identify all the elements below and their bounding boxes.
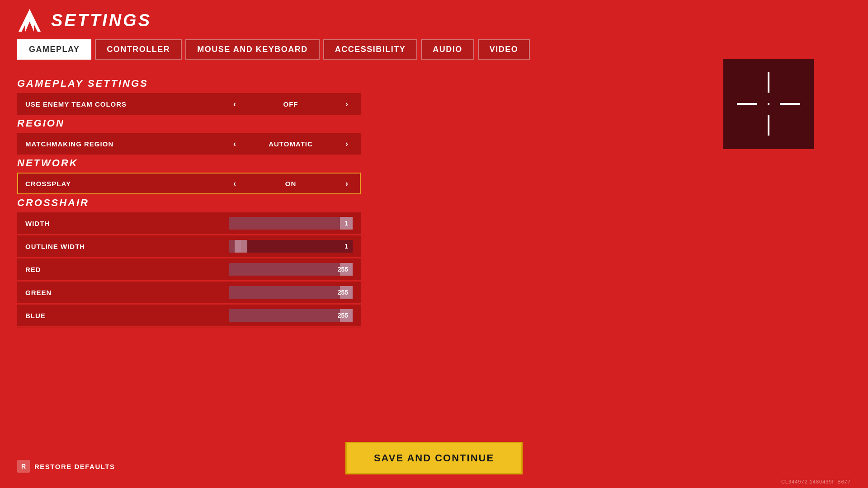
green-slider[interactable]: 255 xyxy=(229,286,353,299)
matchmaking-next[interactable]: › xyxy=(341,137,353,150)
svg-rect-5 xyxy=(737,103,757,105)
settings-panel: GAMEPLAY SETTINGS USE ENEMY TEAM COLORS … xyxy=(17,78,361,328)
setting-blue[interactable]: BLUE 255 xyxy=(17,305,361,326)
restore-key-icon: R xyxy=(17,460,30,473)
settings-scroll[interactable]: USE ENEMY TEAM COLORS ‹ Off › REGION MAT… xyxy=(17,93,361,328)
footer: SAVE AND CONTINUE xyxy=(0,442,868,474)
outline-width-slider[interactable]: 1 xyxy=(229,240,353,253)
setting-red[interactable]: RED 255 xyxy=(17,258,361,280)
setting-green[interactable]: GREEN 255 xyxy=(17,282,361,303)
crossplay-control[interactable]: ‹ On › xyxy=(229,177,353,190)
tab-gameplay[interactable]: GAMEPLAY xyxy=(17,39,91,60)
section-gameplay: GAMEPLAY SETTINGS xyxy=(17,78,361,89)
matchmaking-prev[interactable]: ‹ xyxy=(229,137,241,150)
setting-outline-width[interactable]: OUTLINE WIDTH 1 xyxy=(17,235,361,257)
svg-rect-7 xyxy=(768,103,769,105)
tab-controller[interactable]: CONTROLLER xyxy=(95,39,182,60)
red-slider[interactable]: 255 xyxy=(229,263,353,276)
enemy-colors-control[interactable]: ‹ Off › xyxy=(229,98,353,111)
section-region: REGION xyxy=(17,117,361,129)
setting-red-outline[interactable]: RED OUTLINE 0 xyxy=(17,328,361,328)
enemy-colors-next[interactable]: › xyxy=(341,98,353,111)
header: SETTINGS xyxy=(0,0,868,38)
blue-slider[interactable]: 255 xyxy=(229,309,353,322)
save-continue-button[interactable]: SAVE AND CONTINUE xyxy=(345,442,523,474)
tab-audio[interactable]: AUDIO xyxy=(421,39,474,60)
crosshair-svg xyxy=(723,59,814,149)
section-network: NETWORK xyxy=(17,157,361,169)
restore-label: RESTORE DEFAULTS xyxy=(34,463,115,470)
page-title: SETTINGS xyxy=(51,11,151,30)
section-crosshair: CROSSHAIR xyxy=(17,197,361,209)
svg-rect-3 xyxy=(768,72,769,93)
crossplay-prev[interactable]: ‹ xyxy=(229,177,241,190)
svg-rect-4 xyxy=(768,115,769,136)
matchmaking-control[interactable]: ‹ Automatic › xyxy=(229,137,353,150)
tab-video[interactable]: VIDEO xyxy=(478,39,530,60)
enemy-colors-prev[interactable]: ‹ xyxy=(229,98,241,111)
crosshair-preview xyxy=(723,59,814,149)
setting-width[interactable]: WIDTH 1 xyxy=(17,212,361,234)
restore-defaults[interactable]: R RESTORE DEFAULTS xyxy=(17,460,115,473)
logo-icon xyxy=(17,8,42,33)
setting-crossplay[interactable]: CROSSPLAY ‹ On › xyxy=(17,173,361,194)
width-slider[interactable]: 1 xyxy=(229,217,353,230)
tab-accessibility[interactable]: ACCESSIBILITY xyxy=(323,39,418,60)
svg-marker-0 xyxy=(19,9,41,32)
crossplay-next[interactable]: › xyxy=(341,177,353,190)
setting-use-enemy-team-colors[interactable]: USE ENEMY TEAM COLORS ‹ Off › xyxy=(17,93,361,115)
tab-mouse-keyboard[interactable]: MOUSE AND KEYBOARD xyxy=(185,39,319,60)
svg-rect-6 xyxy=(780,103,800,105)
nav-tabs: GAMEPLAY CONTROLLER MOUSE AND KEYBOARD A… xyxy=(0,39,868,60)
version-string: CL344972 1480439F B677 xyxy=(781,479,851,484)
setting-matchmaking-region[interactable]: MATCHMAKING REGION ‹ Automatic › xyxy=(17,133,361,155)
